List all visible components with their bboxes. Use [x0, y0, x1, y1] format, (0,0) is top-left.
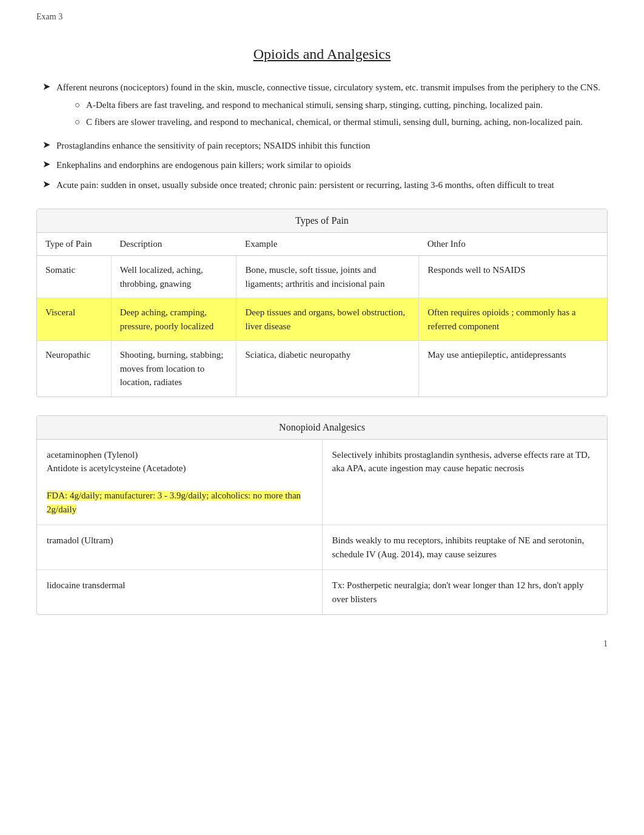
- bullet-arrow-icon: ➤: [42, 81, 50, 92]
- bullet-text-1: Afferent neurons (nociceptors) found in …: [56, 82, 600, 92]
- col-header-example: Example: [236, 233, 419, 256]
- lidocaine-right: Tx: Postherpetic neuralgia; don't wear l…: [322, 570, 607, 615]
- nonopioid-row-lidocaine: lidocaine transdermal Tx: Postherpetic n…: [37, 570, 607, 615]
- col-header-description: Description: [111, 233, 236, 256]
- main-title: Opioids and Analgesics: [36, 46, 608, 62]
- visceral-example: Deep tissues and organs, bowel obstructi…: [236, 298, 419, 341]
- bullet-arrow-icon-4: ➤: [42, 178, 50, 190]
- col-header-other: Other Info: [419, 233, 607, 256]
- neuropathic-example: Sciatica, diabetic neuropathy: [236, 341, 419, 397]
- bullet-item-1: ➤ Afferent neurons (nociceptors) found i…: [42, 81, 608, 133]
- bullet-text-2: Prostaglandins enhance the sensitivity o…: [56, 139, 608, 153]
- col-header-type: Type of Pain: [37, 233, 111, 256]
- sub-bullet-1a: ○ A-Delta fibers are fast traveling, and…: [75, 98, 608, 112]
- visceral-type: Visceral: [37, 298, 111, 341]
- visceral-other: Often requires opioids ; commonly has a …: [419, 298, 607, 341]
- lidocaine-left: lidocaine transdermal: [37, 570, 322, 615]
- sub-bullet-text-1b: C fibers are slower traveling, and respo…: [86, 115, 583, 129]
- nonopioid-table: acetaminophen (Tylenol)Antidote is acety…: [37, 440, 607, 615]
- sub-bullet-dot-icon-2: ○: [75, 115, 80, 129]
- acetaminophen-name: acetaminophen (Tylenol)Antidote is acety…: [47, 448, 312, 475]
- somatic-type: Somatic: [37, 256, 111, 298]
- nonopioid-section: Nonopioid Analgesics acetaminophen (Tyle…: [36, 415, 608, 615]
- acetaminophen-right: Selectively inhibits prostaglandin synth…: [322, 440, 607, 525]
- bullet-item-2: ➤ Prostaglandins enhance the sensitivity…: [42, 139, 608, 153]
- acetaminophen-fda: FDA: 4g/daily; manufacturer: 3 - 3.9g/da…: [47, 491, 301, 514]
- pain-row-visceral: Visceral Deep aching, cramping, pressure…: [37, 298, 607, 341]
- neuropathic-description: Shooting, burning, stabbing; moves from …: [111, 341, 236, 397]
- bullet-text-3: Enkephalins and endorphins are endogenou…: [56, 158, 608, 172]
- tramadol-left: tramadol (Ultram): [37, 525, 322, 570]
- bullet-arrow-icon-2: ➤: [42, 139, 50, 150]
- pain-table-header-row: Type of Pain Description Example Other I…: [37, 233, 607, 256]
- neuropathic-other: May use antiepileptic, antidepressants: [419, 341, 607, 397]
- nonopioid-header: Nonopioid Analgesics: [37, 416, 607, 440]
- nonopioid-row-acetaminophen: acetaminophen (Tylenol)Antidote is acety…: [37, 440, 607, 525]
- tramadol-right: Binds weakly to mu receptors, inhibits r…: [322, 525, 607, 570]
- sub-bullets-1: ○ A-Delta fibers are fast traveling, and…: [56, 98, 608, 129]
- pain-types-header: Types of Pain: [37, 209, 607, 233]
- sub-bullet-1b: ○ C fibers are slower traveling, and res…: [75, 115, 608, 129]
- sub-bullet-text-1a: A-Delta fibers are fast traveling, and r…: [86, 98, 543, 112]
- bullet-arrow-icon-3: ➤: [42, 158, 50, 170]
- pain-row-somatic: Somatic Well localized, aching, throbbin…: [37, 256, 607, 298]
- page-label: Exam 3: [36, 12, 608, 22]
- neuropathic-type: Neuropathic: [37, 341, 111, 397]
- acetaminophen-left: acetaminophen (Tylenol)Antidote is acety…: [37, 440, 322, 525]
- page-number: 1: [36, 639, 608, 649]
- pain-row-neuropathic: Neuropathic Shooting, burning, stabbing;…: [37, 341, 607, 397]
- somatic-description: Well localized, aching, throbbing, gnawi…: [111, 256, 236, 298]
- pain-types-table: Type of Pain Description Example Other I…: [37, 233, 607, 397]
- somatic-example: Bone, muscle, soft tissue, joints and li…: [236, 256, 419, 298]
- bullet-item-3: ➤ Enkephalins and endorphins are endogen…: [42, 158, 608, 172]
- bullet-section: ➤ Afferent neurons (nociceptors) found i…: [36, 81, 608, 192]
- visceral-description: Deep aching, cramping, pressure, poorly …: [111, 298, 236, 341]
- somatic-other: Responds well to NSAIDS: [419, 256, 607, 298]
- bullet-item-4: ➤ Acute pain: sudden in onset, usually s…: [42, 178, 608, 192]
- pain-types-section: Types of Pain Type of Pain Description E…: [36, 209, 608, 397]
- nonopioid-row-tramadol: tramadol (Ultram) Binds weakly to mu rec…: [37, 525, 607, 570]
- sub-bullet-dot-icon: ○: [75, 98, 80, 112]
- bullet-text-4: Acute pain: sudden in onset, usually sub…: [56, 178, 608, 192]
